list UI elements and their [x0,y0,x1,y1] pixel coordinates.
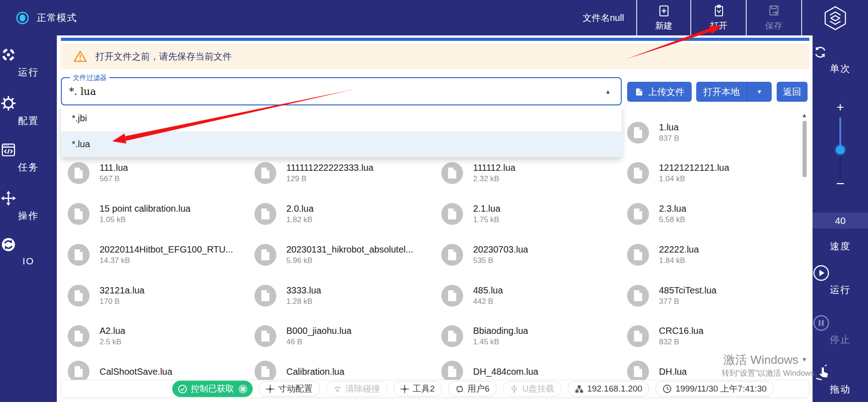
nav-item-config[interactable]: 配置 [0,95,57,127]
file-item[interactable]: Bbiaoding.lua 1.45 kB [441,325,528,347]
file-item[interactable]: 15 point calibration.lua 1.05 kB [68,203,190,225]
open-local-dropdown-button[interactable]: ▼ [747,82,772,102]
file-icon [68,325,90,347]
tool-pill[interactable]: 工具2 [393,381,442,397]
control-acquired-pill[interactable]: 控制已获取 [172,381,253,397]
file-size: 2.5 kB [100,337,125,347]
speed-label: 速度 [813,240,868,253]
file-item[interactable]: 111.lua 567 B [68,162,128,184]
file-item[interactable]: 3333.lua 1.28 kB [254,285,321,307]
open-file-button[interactable]: 打开 [691,0,746,35]
file-item[interactable]: 2.0.lua 1.82 kB [254,203,314,225]
file-name: 111.lua [100,162,128,174]
datetime-pill[interactable]: 1999/11/30 上午7:41:30 [655,381,773,397]
upload-file-button[interactable]: 上传文件 [627,82,692,102]
filter-dropdown: *.jbi *.lua [61,105,622,157]
ip-address-pill[interactable]: 192.168.1.200 [568,381,650,397]
file-icon [254,162,276,184]
file-item[interactable]: A2.lua 2.5 kB [68,325,125,347]
file-item[interactable]: Calibration.lua [254,361,344,382]
dropdown-option-lua[interactable]: *.lua [61,131,622,157]
file-item[interactable]: 20220114Hitbot_EFG100_RTU... 14.37 kB [68,244,233,266]
file-item[interactable]: 2.1.lua 1.75 kB [441,203,500,225]
file-filter-combobox[interactable]: 文件过滤器 *. lua ▲ [61,77,622,105]
file-icon [68,244,90,266]
file-name: 2.1.lua [473,203,500,214]
file-name: A2.lua [100,325,125,337]
file-item[interactable]: CRC16.lua 832 B [627,325,703,347]
scrollbar-down-icon[interactable]: ▼ [800,356,808,363]
nav-item-task[interactable]: 任务 [0,141,57,174]
speed-slider-track[interactable] [839,117,841,149]
file-item[interactable]: 22222.lua 1.84 kB [627,244,699,266]
file-item[interactable]: B000_jiaohu.lua 46 B [254,325,351,347]
clear-collision-pill[interactable]: 清除碰撞 [326,381,387,397]
file-item[interactable]: 111111222222333.lua 129 B [254,162,374,184]
stop-circle-icon [813,314,868,332]
file-item[interactable]: 20230131_hikrobot_absolutel... 5.96 kB [254,244,413,266]
file-name: 111112.lua [473,162,515,174]
user-frame-label: 用户6 [468,383,490,395]
file-item[interactable]: DH.lua [627,361,687,382]
topbar-actions: 新建 打开 保存 [636,0,801,35]
file-item[interactable]: DH_484com.lua [441,361,538,382]
user-frame-pill[interactable]: 用户6 [448,381,497,397]
task-code-icon [0,141,57,158]
file-item[interactable]: 1.lua 837 B [627,122,679,144]
caret-up-icon[interactable]: ▲ [605,78,611,104]
stop-button[interactable]: 停止 [813,314,868,346]
file-size: 1.45 kB [473,337,528,347]
file-size: 442 B [473,296,503,307]
run-target-icon [0,46,57,63]
upload-file-label: 上传文件 [648,86,684,98]
nav-item-operate[interactable]: 操作 [0,190,57,222]
file-item[interactable]: 32121a.lua 170 B [68,285,145,307]
chevron-down-icon: ▼ [757,89,762,95]
file-item[interactable]: 485.lua 442 B [441,285,503,307]
new-file-button[interactable]: 新建 [636,0,691,35]
file-icon [441,244,463,266]
dismiss-circle-icon[interactable] [238,384,248,394]
nav-item-io[interactable]: IO [0,236,57,267]
run-button[interactable]: 运行 [813,264,868,296]
save-file-button[interactable]: 保存 [746,0,801,35]
file-item[interactable]: 485TciTest.lua 377 B [627,285,717,307]
open-local-label: 打开本地 [703,86,740,98]
file-icon [441,162,463,184]
file-icon [254,203,276,225]
speed-minus-button[interactable]: − [813,175,868,192]
nav-label-operate: 操作 [0,209,57,222]
nav-label-run: 运行 [0,66,57,79]
scrollbar-thumb[interactable] [803,121,807,177]
file-item[interactable]: 12121212121.lua 1.04 kB [627,162,729,184]
file-size: 535 B [473,255,528,266]
file-item[interactable]: 2.3.lua 5.58 kB [627,203,686,225]
file-icon [441,325,463,347]
file-icon [254,285,276,307]
jog-config-pill[interactable]: 寸动配置 [259,381,320,397]
stop-label: 停止 [813,333,868,346]
dropdown-option-jbi[interactable]: *.jbi [61,105,622,131]
file-item[interactable]: 111112.lua 2.32 kB [441,162,515,184]
file-size: 1.75 kB [473,214,500,225]
speed-plus-button[interactable]: + [813,100,868,114]
jog-icon [266,385,274,393]
single-cycle-button[interactable]: 单次 [813,45,868,75]
speed-slider-knob[interactable] [836,145,845,154]
file-item[interactable]: 20230703.lua 535 B [441,244,528,266]
file-name: 2.3.lua [659,203,686,214]
left-nav: 运行 配置 任务 操作 IO [0,35,57,402]
drag-button[interactable]: 拖动 [813,363,868,396]
nav-item-run[interactable]: 运行 [0,46,57,79]
usb-mount-pill[interactable]: U盘挂载 [503,381,562,397]
file-icon [441,285,463,307]
user-frame-icon [455,385,464,393]
scrollbar-up-icon[interactable]: ▲ [800,112,808,119]
file-item[interactable]: CalShootSave.lua [68,361,172,382]
ip-address-label: 192.168.1.200 [587,384,643,394]
radio-selected-icon [15,11,30,25]
back-button[interactable]: 返回 [777,82,808,102]
open-local-button[interactable]: 打开本地 [696,82,747,102]
mode-indicator[interactable]: 正常模式 [15,0,77,35]
play-circle-icon [813,264,868,282]
